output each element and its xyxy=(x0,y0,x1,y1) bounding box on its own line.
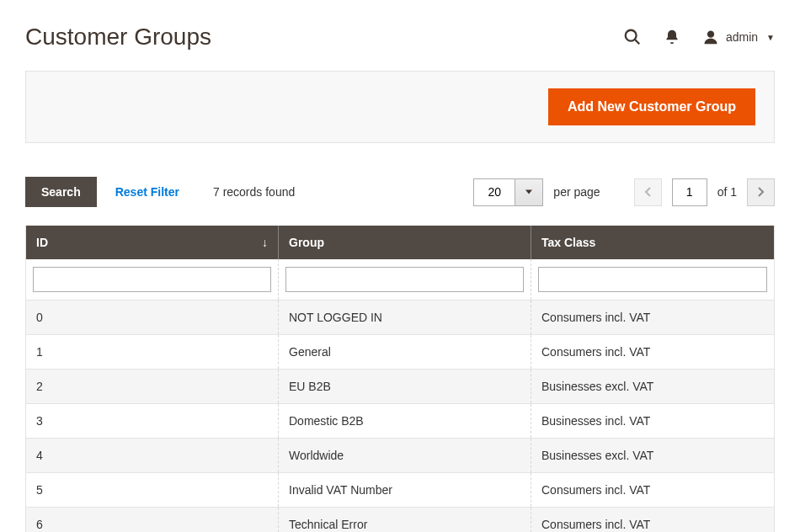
cell-group: General xyxy=(279,335,531,370)
cell-group: Technical Error xyxy=(279,508,531,533)
search-button[interactable]: Search xyxy=(25,177,97,207)
cell-group: Domestic B2B xyxy=(279,404,531,439)
caret-down-icon: ▼ xyxy=(766,33,775,42)
page-title: Customer Groups xyxy=(25,24,211,51)
cell-tax_class: Businesses incl. VAT xyxy=(531,404,775,439)
column-header-id[interactable]: ID↓ xyxy=(26,226,279,259)
cell-tax_class: Businesses excl. VAT xyxy=(531,370,775,404)
perpage-label: per page xyxy=(553,185,600,199)
notifications-icon[interactable] xyxy=(664,29,680,45)
filter-tax-class-input[interactable] xyxy=(538,267,767,292)
page-input[interactable] xyxy=(672,178,707,206)
customer-groups-table: ID↓ Group Tax Class 0NOT LOGGED INConsum… xyxy=(25,226,775,532)
records-found: 7 records found xyxy=(213,185,295,199)
cell-group: EU B2B xyxy=(279,370,531,404)
cell-tax_class: Consumers incl. VAT xyxy=(531,335,775,370)
cell-id: 5 xyxy=(26,473,279,508)
perpage-dropdown[interactable] xyxy=(515,178,543,206)
table-row[interactable]: 4WorldwideBusinesses excl. VAT xyxy=(26,439,775,473)
cell-id: 2 xyxy=(26,370,279,404)
filter-row xyxy=(26,259,775,301)
admin-name: admin xyxy=(726,30,758,44)
table-row[interactable]: 5Invalid VAT NumberConsumers incl. VAT xyxy=(26,473,775,508)
search-icon[interactable] xyxy=(623,28,642,46)
cell-id: 6 xyxy=(26,508,279,533)
prev-page-button[interactable] xyxy=(634,178,662,206)
svg-point-0 xyxy=(626,30,637,41)
table-row[interactable]: 3Domestic B2BBusinesses incl. VAT xyxy=(26,404,775,439)
table-row[interactable]: 0NOT LOGGED INConsumers incl. VAT xyxy=(26,301,775,335)
user-icon xyxy=(702,29,719,45)
svg-line-1 xyxy=(635,40,640,45)
admin-account[interactable]: admin ▼ xyxy=(702,29,775,45)
cell-group: Worldwide xyxy=(279,439,531,473)
next-page-button[interactable] xyxy=(747,178,775,206)
cell-group: NOT LOGGED IN xyxy=(279,301,531,335)
cell-tax_class: Consumers incl. VAT xyxy=(531,508,775,533)
chevron-right-icon xyxy=(758,187,765,197)
filter-id-input[interactable] xyxy=(33,267,271,292)
cell-id: 3 xyxy=(26,404,279,439)
chevron-left-icon xyxy=(644,187,651,197)
table-row[interactable]: 1GeneralConsumers incl. VAT xyxy=(26,335,775,370)
toolbar: Add New Customer Group xyxy=(25,71,775,143)
table-row[interactable]: 6Technical ErrorConsumers incl. VAT xyxy=(26,508,775,533)
perpage-input[interactable] xyxy=(473,178,515,206)
cell-group: Invalid VAT Number xyxy=(279,473,531,508)
add-customer-group-button[interactable]: Add New Customer Group xyxy=(548,88,755,125)
cell-tax_class: Businesses excl. VAT xyxy=(531,439,775,473)
filter-group-input[interactable] xyxy=(285,267,524,292)
svg-point-2 xyxy=(707,31,714,38)
cell-id: 4 xyxy=(26,439,279,473)
column-header-group[interactable]: Group xyxy=(279,226,531,259)
cell-id: 1 xyxy=(26,335,279,370)
cell-tax_class: Consumers incl. VAT xyxy=(531,473,775,508)
caret-down-icon xyxy=(525,189,532,195)
reset-filter-link[interactable]: Reset Filter xyxy=(115,185,179,199)
sort-arrow-down-icon: ↓ xyxy=(262,236,268,249)
table-row[interactable]: 2EU B2BBusinesses excl. VAT xyxy=(26,370,775,404)
column-header-tax-class[interactable]: Tax Class xyxy=(531,226,775,259)
cell-tax_class: Consumers incl. VAT xyxy=(531,301,775,335)
cell-id: 0 xyxy=(26,301,279,335)
page-of-label: of 1 xyxy=(717,185,737,199)
